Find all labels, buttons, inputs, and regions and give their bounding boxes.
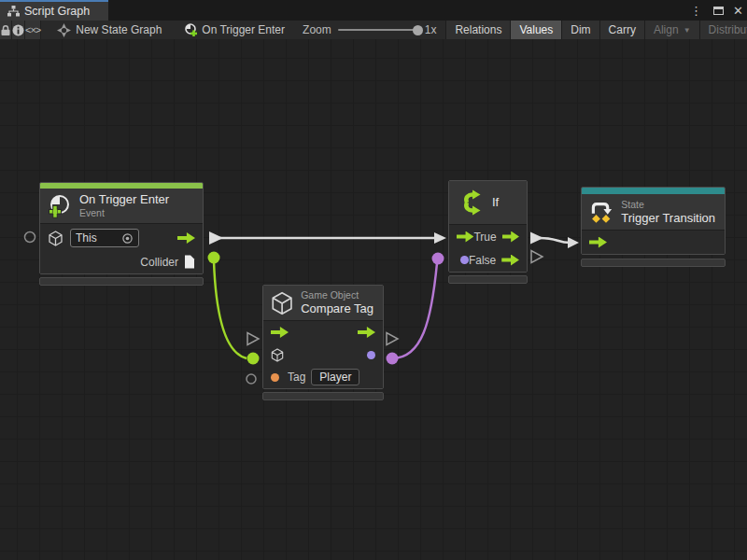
wire-arrowhead [568,237,579,248]
node-compare-tag[interactable]: Game Object Compare Tag [262,285,384,400]
zoom-value: 1x [425,23,437,36]
gameobject-cube-icon [48,231,63,246]
tab-bar: Script Graph ⋮ ✕ [0,0,747,21]
comparetag-gameobject-port-connected[interactable] [247,353,260,365]
align-dropdown[interactable]: Align▼ [644,21,699,39]
current-graph-breadcrumb[interactable]: On Trigger Enter [176,21,293,39]
zoom-control: Zoom 1x [293,21,445,39]
false-port-label: False [469,254,496,267]
flow-out-arrow[interactable] [177,232,195,244]
false-out-arrow[interactable] [501,255,519,266]
zoom-label: Zoom [303,23,331,36]
info-icon [12,24,24,36]
lock-icon [0,24,11,36]
flow-out-arrow[interactable] [358,327,375,338]
comparetag-flowout-port-empty[interactable] [387,333,398,345]
transition-icon [589,198,613,226]
node-footer [39,277,204,286]
tab-title: Script Graph [24,5,90,18]
new-state-graph-label: New State Graph [76,23,162,36]
collider-port-connected[interactable] [208,252,220,264]
code-preview-button[interactable]: <×> [25,21,41,39]
collider-type-icon [184,255,195,269]
relations-button[interactable]: Relations [445,21,510,39]
node-title: On Trigger Enter [79,192,169,207]
node-title: Compare Tag [301,301,374,316]
tag-input-port[interactable] [271,373,279,382]
state-diamond-icon [592,215,600,223]
wire-collider-to-comparetag[interactable] [214,261,247,358]
state-diamond-icon [602,215,611,223]
object-picker-icon[interactable] [121,232,134,245]
comparetag-result-port-connected[interactable] [387,353,399,365]
trigger-target-port-empty[interactable] [25,232,35,243]
script-graph-window: Script Graph ⋮ ✕ <×> [0,0,747,560]
true-out-arrow[interactable] [502,231,519,243]
values-button[interactable]: Values [510,21,561,39]
if-false-port-empty[interactable] [531,251,543,263]
event-mini-icon [184,23,197,36]
node-footer [262,392,384,400]
event-icon [48,194,72,218]
comparetag-flowin-port-empty[interactable] [247,333,259,345]
target-value: This [76,231,121,245]
chevron-down-icon: ▼ [684,26,691,35]
flow-in-arrow[interactable] [589,237,607,248]
graph-toolbar: <×> New State Graph On Trigger Enter Zoo… [0,21,747,40]
code-icon: <×> [25,24,40,35]
gameobject-input-icon[interactable] [271,348,284,362]
lock-button[interactable] [0,21,12,39]
distribute-dropdown[interactable]: Distribute▼ [699,21,747,39]
flow-in-arrow[interactable] [457,231,473,243]
wire-arrowhead [434,232,446,244]
view-options-group: Relations Values Dim Carry Align▼ Distri… [445,21,747,39]
true-port-label: True [473,231,496,244]
zoom-slider[interactable] [338,29,418,31]
node-title: If [492,195,499,210]
tag-port-label: Tag [288,371,305,384]
close-icon[interactable]: ✕ [733,5,743,17]
tag-value-field[interactable]: Player [311,369,359,385]
target-object-field[interactable]: This [70,229,139,247]
branch-icon [460,189,485,217]
tab-script-graph[interactable]: Script Graph [0,0,108,21]
new-state-graph-button[interactable]: New State Graph [49,21,170,39]
node-category: Game Object [301,289,374,301]
dim-button[interactable]: Dim [561,21,599,39]
flow-in-arrow[interactable] [271,327,289,338]
if-condition-port-connected[interactable] [432,253,444,265]
node-if[interactable]: If True False [448,180,528,284]
carry-button[interactable]: Carry [599,21,644,39]
node-category: State [621,199,715,211]
collider-port-label: Collider [140,256,178,269]
window-menu-icon[interactable]: ⋮ [688,5,704,17]
wire-true-to-transition[interactable] [540,238,571,243]
comparetag-tag-port-empty[interactable] [247,374,256,384]
condition-input-port[interactable] [460,256,469,264]
node-footer [581,259,726,267]
tag-value: Player [319,371,351,384]
current-graph-label: On Trigger Enter [202,23,285,36]
info-button[interactable] [12,21,25,39]
graph-canvas[interactable]: On Trigger Enter Event This [0,39,747,560]
state-accent-bar [582,188,725,194]
wire-comparetag-to-if[interactable] [392,263,437,358]
node-trigger-transition[interactable]: State Trigger Transition [581,187,726,267]
node-footer [448,275,528,284]
graph-tab-icon [7,6,20,17]
node-subtitle: Event [79,207,169,219]
state-graph-icon [57,23,71,37]
node-title: Trigger Transition [621,211,715,226]
zoom-slider-knob[interactable] [413,25,423,35]
node-on-trigger-enter[interactable]: On Trigger Enter Event This [39,182,204,286]
maximize-icon[interactable] [713,7,724,15]
gameobject-cube-icon [271,290,293,316]
result-output-port[interactable] [367,351,375,359]
